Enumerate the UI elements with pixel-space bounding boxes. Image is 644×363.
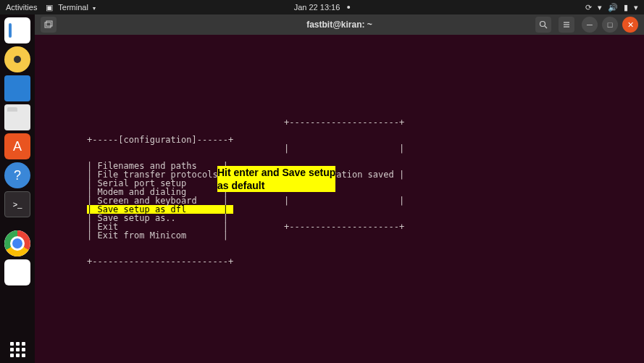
rhythmbox-icon[interactable] — [4, 46, 30, 72]
new-tab-button[interactable] — [41, 17, 57, 33]
system-menu-arrow-icon[interactable]: ▾ — [634, 3, 638, 12]
notification-dot-icon — [347, 6, 350, 9]
hamburger-icon — [562, 20, 571, 29]
dock: A ? >_ — [0, 14, 35, 363]
svg-rect-1 — [46, 21, 52, 26]
chrome-icon[interactable] — [4, 230, 30, 256]
annotation-callout: Hit enter and Save setup as default — [217, 166, 335, 192]
menu-footer: +--------------------------+ — [87, 257, 233, 266]
window-title: fastbit@kiran: ~ — [306, 20, 372, 30]
app-menu[interactable]: ▣ Terminal — [46, 3, 96, 12]
wifi-icon[interactable]: ▾ — [598, 3, 602, 12]
software-center-icon[interactable]: A — [4, 133, 30, 159]
app-menu-label: Terminal — [58, 3, 88, 12]
new-tab-icon — [44, 20, 53, 29]
hamburger-menu-button[interactable] — [559, 17, 574, 33]
battery-icon[interactable]: ▮ — [624, 3, 628, 12]
menu-header: +-----[configuration]------+ — [87, 135, 233, 144]
popup-border-bottom: +---------------------+ — [284, 222, 404, 231]
sync-icon[interactable]: ⟳ — [585, 3, 592, 12]
terminal-icon[interactable]: >_ — [4, 191, 30, 217]
menu-item[interactable]: | Exit from Minicom | — [87, 231, 233, 240]
terminal-window: fastbit@kiran: ~ ─ □ ✕ +----------------… — [35, 14, 644, 363]
svg-rect-0 — [45, 22, 51, 28]
minimize-button[interactable]: ─ — [582, 17, 598, 33]
activities-button[interactable]: Activities — [6, 3, 37, 12]
annotation-line1: Hit enter and Save setup — [217, 167, 335, 178]
terminal-indicator-icon: ▣ — [46, 3, 53, 12]
terminal-content[interactable]: +---------------------+ | | | Configurat… — [35, 35, 644, 363]
wps-icon[interactable] — [4, 259, 30, 285]
popup-empty-row: | | — [284, 196, 404, 205]
search-icon — [539, 20, 548, 29]
window-titlebar: fastbit@kiran: ~ ─ □ ✕ — [35, 14, 644, 35]
help-icon[interactable]: ? — [4, 162, 30, 188]
clock-text: Jan 22 13:16 — [294, 3, 340, 12]
text-editor-icon[interactable] — [4, 17, 30, 43]
close-button[interactable]: ✕ — [622, 17, 638, 33]
volume-icon[interactable]: 🔊 — [608, 3, 618, 12]
popup-border-top: +---------------------+ — [284, 118, 404, 127]
gnome-topbar: Activities ▣ Terminal Jan 22 13:16 ⟳ ▾ 🔊… — [0, 0, 644, 14]
show-applications-icon[interactable] — [10, 342, 25, 357]
svg-line-3 — [545, 26, 547, 28]
maximize-button[interactable]: □ — [602, 17, 618, 33]
clock[interactable]: Jan 22 13:16 — [294, 3, 351, 12]
popup-empty-row: | | — [284, 144, 404, 153]
search-button[interactable] — [535, 17, 551, 33]
files-icon[interactable] — [4, 104, 30, 130]
minicom-config-menu: +-----[configuration]------+ | Filenames… — [87, 118, 233, 283]
svg-point-2 — [540, 22, 545, 27]
annotation-line2: as default — [217, 180, 264, 191]
libreoffice-writer-icon[interactable] — [4, 75, 30, 101]
